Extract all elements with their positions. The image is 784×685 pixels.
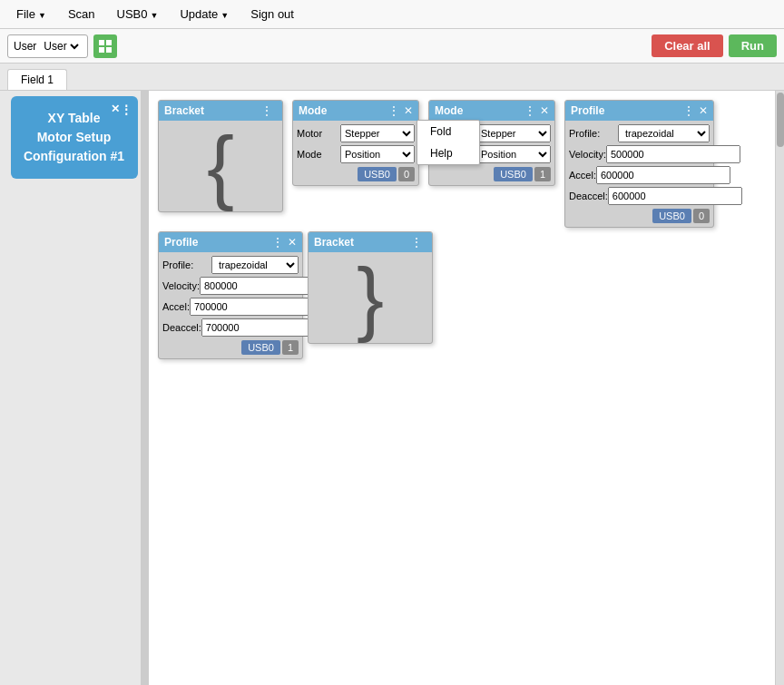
mode-panel-2-usb-button[interactable]: USB0 [494,167,533,181]
menu-bar: File▼ Scan USB0▼ Update▼ Sign out [0,0,784,29]
profile-panel-1-menu[interactable]: ⋮ [682,103,695,118]
menu-signout-label: Sign out [250,7,294,21]
sidebar-card-close[interactable]: ✕ [111,102,120,117]
bracket-open-symbol: { [207,125,234,207]
profile-panel-2-body: Profile: trapezoidal Velocity: Accel: De… [159,252,302,358]
mode-panel-1-menu[interactable]: ⋮ [387,103,400,118]
menu-file-label: File [16,7,35,21]
mode-panel-1-body: Motor Stepper Mode Position USB0 0 [293,121,418,185]
mode-panel-1-mode-select[interactable]: Position [340,145,415,163]
profile-panel-2: Profile ⋮ ✕ Profile: trapezoidal Velocit… [158,231,303,359]
mode-panel-1-usb-button[interactable]: USB0 [358,167,397,181]
profile-panel-2-profile-select[interactable]: trapezoidal [211,256,299,274]
profile-panel-2-accel-input[interactable] [190,298,324,316]
profile-panel-1-velocity-row: Velocity: [569,145,710,163]
canvas-area: Bracket ⋮ { Mode ⋮ ✕ Motor Stepper [149,91,784,685]
run-button[interactable]: Run [729,34,777,57]
profile-panel-1-accel-row: Accel: [569,166,710,184]
context-menu-fold[interactable]: Fold [417,121,479,142]
mode-panel-1-mode-label: Mode [297,149,340,160]
user-select-container: User User [7,34,88,58]
svg-rect-1 [106,40,112,45]
profile-panel-1-profile-row: Profile: trapezoidal [569,124,710,142]
menu-update-arrow: ▼ [220,11,229,20]
bracket-panel-2: Bracket ⋮ } [308,231,433,344]
bracket-panel-1-title: Bracket [164,104,260,117]
menu-usb0[interactable]: USB0▼ [108,4,168,24]
bracket-panel-1-body: { [159,121,282,211]
mode-panel-1-motor-row: Motor Stepper [297,124,415,142]
canvas-scrollbar-thumb [777,93,784,147]
tabs-bar: Field 1 [0,64,784,91]
clear-all-button[interactable]: Clear all [652,34,723,57]
profile-panel-1-velocity-label: Velocity: [569,149,606,160]
sidebar: ⋮ ✕ XY Table Motor Setup Configuration #… [0,91,149,685]
profile-panel-1-deaccel-label: Deaccel: [569,191,608,201]
profile-panel-2-usb-num: 1 [282,340,299,355]
menu-update-label: Update [180,7,218,21]
profile-panel-1-deaccel-input[interactable] [608,187,742,205]
profile-panel-1-usb-row: USB0 0 [569,209,710,223]
sidebar-scrollbar[interactable] [141,91,148,685]
mode-panel-2-menu[interactable]: ⋮ [524,103,536,118]
menu-file-arrow: ▼ [38,11,46,20]
bracket-panel-1-header: Bracket ⋮ [159,101,282,121]
tab-field1[interactable]: Field 1 [7,69,67,90]
mode-panel-1-close[interactable]: ✕ [404,104,413,117]
profile-panel-2-accel-label: Accel: [162,301,190,312]
menu-scan-label: Scan [68,7,95,21]
menu-signout[interactable]: Sign out [241,4,303,24]
mode-panel-2-close[interactable]: ✕ [540,104,549,117]
svg-rect-0 [99,40,104,45]
profile-panel-1-accel-label: Accel: [569,170,596,181]
mode-panel-2-motor-select[interactable]: Stepper [476,124,551,142]
profile-panel-1-title: Profile [571,104,682,117]
user-dropdown[interactable]: User [40,39,82,54]
profile-panel-2-title: Profile [164,236,271,249]
profile-panel-2-deaccel-row: Deaccel: [162,318,299,337]
menu-update[interactable]: Update▼ [171,4,238,24]
canvas-scrollbar[interactable] [775,91,784,685]
profile-panel-2-menu[interactable]: ⋮ [271,235,284,250]
profile-panel-1-header: Profile ⋮ ✕ [565,101,713,121]
mode-panel-2-header: Mode ⋮ ✕ [429,101,554,121]
profile-panel-2-close[interactable]: ✕ [288,236,297,249]
profile-panel-2-velocity-label: Velocity: [162,280,200,291]
profile-panel-1-close[interactable]: ✕ [699,104,708,117]
menu-usb0-arrow: ▼ [150,11,158,20]
sidebar-card[interactable]: ⋮ ✕ XY Table Motor Setup Configuration #… [11,96,138,179]
bracket-panel-2-menu[interactable]: ⋮ [410,235,423,250]
context-menu: Fold Help [416,120,480,165]
profile-panel-1-deaccel-row: Deaccel: [569,187,710,205]
svg-rect-2 [99,47,104,53]
profile-panel-1-usb-num: 0 [693,209,710,223]
mode-panel-1-usb-row: USB0 0 [297,167,415,181]
mode-panel-1-motor-label: Motor [297,128,340,139]
profile-panel-2-velocity-row: Velocity: [162,277,299,295]
bracket-panel-1-menu[interactable]: ⋮ [260,103,273,118]
main-container: ⋮ ✕ XY Table Motor Setup Configuration #… [0,91,784,685]
menu-scan[interactable]: Scan [59,4,104,24]
profile-panel-2-usb-row: USB0 1 [162,340,299,355]
profile-panel-2-profile-label: Profile: [162,259,211,270]
menu-file[interactable]: File▼ [7,4,55,24]
profile-panel-1-body: Profile: trapezoidal Velocity: Accel: De… [565,121,713,227]
profile-panel-1-usb-button[interactable]: USB0 [652,209,691,223]
profile-panel-2-profile-row: Profile: trapezoidal [162,256,299,274]
profile-panel-2-usb-button[interactable]: USB0 [241,340,280,355]
context-menu-help[interactable]: Help [417,142,479,164]
mode-panel-1: Mode ⋮ ✕ Motor Stepper Mode Position [292,100,419,186]
mode-panel-1-mode-row: Mode Position [297,145,415,163]
mode-panel-2-mode-select[interactable]: Position [476,145,551,163]
profile-panel-2-header: Profile ⋮ ✕ [159,232,302,252]
user-label: User [14,40,36,53]
profile-panel-1-accel-input[interactable] [596,166,730,184]
sidebar-card-menu[interactable]: ⋮ [120,102,132,120]
bracket-panel-2-title: Bracket [314,236,410,249]
mode-panel-1-motor-select[interactable]: Stepper [340,124,415,142]
menu-usb0-label: USB0 [117,7,148,21]
profile-panel-1-velocity-input[interactable] [606,145,740,163]
profile-panel-2-deaccel-label: Deaccel: [162,322,201,333]
profile-panel-1-profile-select[interactable]: trapezoidal [618,124,710,142]
grid-icon-button[interactable] [93,34,117,58]
